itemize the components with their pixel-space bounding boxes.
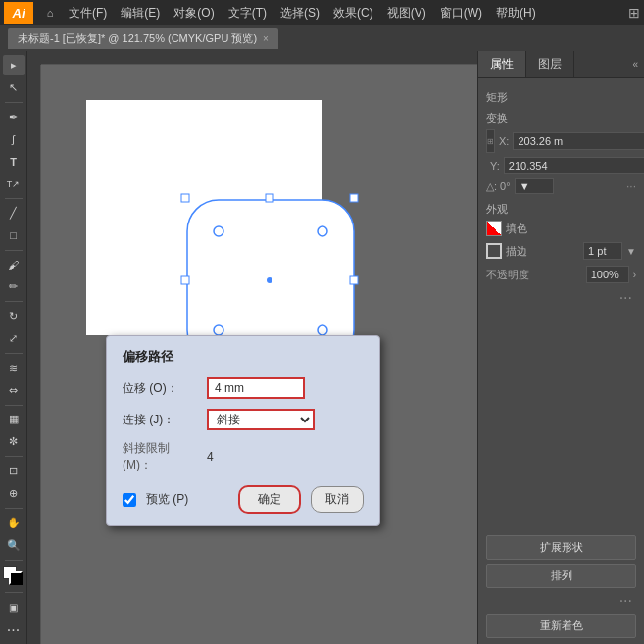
- direct-select-tool[interactable]: ↖: [3, 77, 25, 98]
- rotate-tool[interactable]: ↻: [3, 306, 25, 326]
- symbol-sprayer-tool[interactable]: ✼: [3, 431, 25, 452]
- menu-window[interactable]: 窗口(W): [434, 3, 488, 24]
- dialog-cancel-button[interactable]: 取消: [311, 486, 364, 513]
- column-graph-tool[interactable]: ▦: [3, 410, 25, 430]
- y-label: Y:: [490, 160, 500, 172]
- menu-object[interactable]: 对象(O): [168, 3, 220, 24]
- ruler-corner: [27, 51, 41, 65]
- stroke-color-swatch[interactable]: [486, 243, 502, 259]
- offset-input[interactable]: [207, 377, 305, 399]
- pen-tool[interactable]: ✒: [3, 107, 25, 127]
- pencil-tool[interactable]: ✏: [3, 276, 25, 297]
- type-tool[interactable]: T: [3, 151, 25, 172]
- paintbrush-tool[interactable]: 🖌: [3, 255, 25, 275]
- appearance-more-button[interactable]: ···: [486, 287, 636, 309]
- angle-row: △: 0° ▼ ···: [486, 178, 636, 194]
- rect-tool[interactable]: □: [3, 225, 25, 246]
- panel-bottom: 扩展形状 排列 ··· 重新着色: [478, 529, 644, 644]
- recolor-button[interactable]: 重新着色: [486, 614, 636, 638]
- artboard-tool[interactable]: ⊡: [3, 461, 25, 481]
- fill-label: 填色: [506, 222, 636, 236]
- stroke-label: 描边: [506, 244, 579, 259]
- line-tool[interactable]: ╱: [3, 203, 25, 223]
- selection-tool[interactable]: ▸: [3, 55, 25, 75]
- menu-view[interactable]: 视图(V): [381, 3, 432, 24]
- ruler-left: [27, 65, 41, 644]
- offset-path-dialog: 偏移路径 位移 (O)： 连接 (J)： 斜接 圆角 斜角 斜接限制 (M)： …: [106, 335, 380, 526]
- document-tab[interactable]: 未标题-1 [已恢复]* @ 121.75% (CMYK/GPU 预览) ×: [8, 28, 278, 49]
- change-screen-mode[interactable]: ▣: [3, 597, 25, 618]
- panel-content: 矩形 变换 ⊞ X: 宽： 🔗 Y: 高： ⊠: [478, 78, 644, 529]
- right-panel: 属性 图层 « 矩形 变换 ⊞ X: 宽： 🔗 Y: 高: [477, 51, 644, 644]
- scale-tool[interactable]: ⤢: [3, 328, 25, 349]
- expand-shape-button[interactable]: 扩展形状: [486, 535, 636, 560]
- dialog-title: 偏移路径: [123, 348, 364, 366]
- x-label: X:: [499, 135, 509, 147]
- slice-tool[interactable]: ⊕: [3, 483, 25, 504]
- menu-file[interactable]: 文件(F): [63, 3, 113, 24]
- x-width-row: ⊞ X: 宽： 🔗: [486, 129, 636, 153]
- warp-tool[interactable]: ≋: [3, 358, 25, 378]
- fill-color-swatch[interactable]: [486, 221, 502, 236]
- workspace-icon[interactable]: ⊞: [628, 5, 640, 21]
- join-row: 连接 (J)： 斜接 圆角 斜角: [123, 409, 364, 430]
- toolbar-separator-1: [5, 102, 23, 103]
- x-input[interactable]: [513, 132, 644, 150]
- menu-effect[interactable]: 效果(C): [327, 3, 379, 24]
- join-label: 连接 (J)：: [123, 412, 201, 428]
- panel-section-more: ···: [486, 592, 636, 610]
- left-toolbar: ▸ ↖ ✒ ∫ T T↗ ╱ □ 🖌 ✏ ↻ ⤢ ≋ ⇔ ▦ ✼ ⊡ ⊕ ✋ 🔍: [0, 51, 27, 644]
- fill-stroke-widget[interactable]: [3, 566, 25, 586]
- toolbar-separator-9: [5, 560, 23, 561]
- tab-layers[interactable]: 图层: [526, 51, 574, 77]
- stroke-dropdown-arrow[interactable]: ▼: [626, 246, 636, 257]
- svg-point-13: [267, 277, 272, 283]
- dialog-ok-button[interactable]: 确定: [238, 485, 301, 514]
- opacity-input[interactable]: [586, 266, 629, 283]
- y-input[interactable]: [504, 157, 644, 174]
- menu-edit[interactable]: 编辑(E): [115, 3, 166, 24]
- menu-text[interactable]: 文字(T): [223, 3, 272, 24]
- opacity-expand-button[interactable]: ›: [633, 270, 636, 280]
- miter-row: 斜接限制 (M)： 4: [123, 440, 364, 473]
- hand-tool[interactable]: ✋: [3, 513, 25, 533]
- appearance-section: 外观 填色 描边 ▼ 不透明度 ›: [486, 202, 636, 309]
- menu-select[interactable]: 选择(S): [274, 3, 325, 24]
- toolbar-separator-8: [5, 508, 23, 509]
- toolbar-separator-7: [5, 456, 23, 457]
- dialog-footer: 预览 (P) 确定 取消: [123, 485, 364, 514]
- appearance-section-title: 外观: [486, 202, 636, 217]
- more-tools[interactable]: ···: [3, 619, 25, 640]
- preview-checkbox[interactable]: [123, 493, 136, 507]
- toolbar-separator-5: [5, 353, 23, 354]
- stroke-row: 描边 ▼: [486, 242, 636, 260]
- touch-type-tool[interactable]: T↗: [3, 173, 25, 194]
- y-height-row: Y: 高： ⊠: [486, 157, 636, 174]
- toolbar-separator-3: [5, 250, 23, 251]
- panel-collapse-button[interactable]: «: [626, 55, 644, 74]
- zoom-tool[interactable]: 🔍: [3, 535, 25, 556]
- svg-rect-7: [181, 276, 189, 284]
- curvature-tool[interactable]: ∫: [3, 128, 25, 149]
- transform-grid-icon: ⊞: [486, 129, 495, 153]
- tab-close-button[interactable]: ×: [263, 33, 269, 44]
- svg-rect-1: [181, 194, 189, 202]
- arrange-button[interactable]: 排列: [486, 564, 636, 588]
- width-tool[interactable]: ⇔: [3, 380, 25, 401]
- transform-section-title: 变换: [486, 111, 636, 125]
- offset-label: 位移 (O)：: [123, 380, 201, 397]
- canvas-area[interactable]: 偏移路径 位移 (O)： 连接 (J)： 斜接 圆角 斜角 斜接限制 (M)： …: [27, 51, 477, 644]
- menu-bar: Ai ⌂ 文件(F) 编辑(E) 对象(O) 文字(T) 选择(S) 效果(C)…: [0, 0, 644, 25]
- angle-dropdown[interactable]: ▼: [515, 178, 554, 194]
- miter-label: 斜接限制 (M)：: [123, 440, 201, 473]
- menu-help[interactable]: 帮助(H): [490, 3, 542, 24]
- svg-rect-8: [350, 276, 358, 284]
- stroke-value-input[interactable]: [583, 242, 622, 260]
- tab-properties[interactable]: 属性: [478, 51, 526, 77]
- join-select[interactable]: 斜接 圆角 斜角: [207, 409, 315, 430]
- toolbar-separator-10: [5, 592, 23, 593]
- ruler-top: [41, 51, 477, 65]
- svg-rect-2: [350, 194, 358, 202]
- transform-more-button[interactable]: ···: [626, 179, 636, 193]
- home-icon[interactable]: ⌂: [39, 2, 61, 24]
